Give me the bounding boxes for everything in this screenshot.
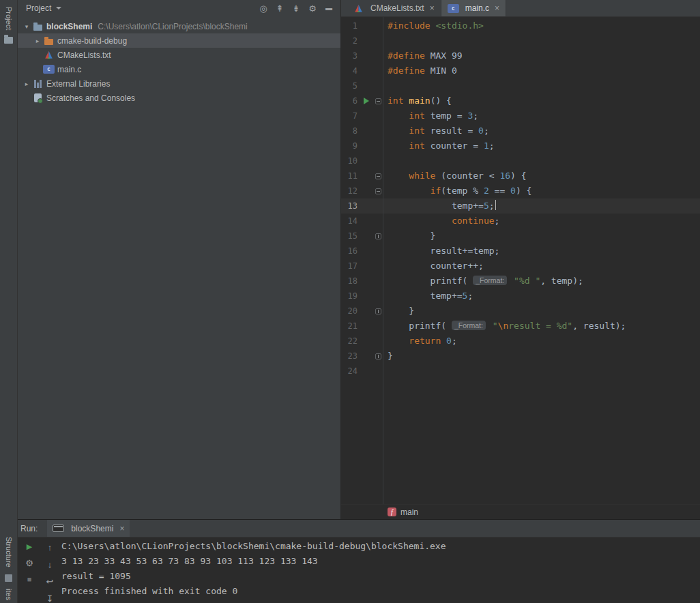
code-line-4[interactable]: 4#define MIN 0 [341,63,700,78]
code-text: printf( _Format: "\nresult = %d", result… [383,319,626,334]
code-line-21[interactable]: 21 printf( _Format: "\nresult = %d", res… [341,319,700,334]
line-number: 19 [341,289,360,304]
breadcrumb-item-main[interactable]: main [400,508,418,517]
tree-item-scratches-and-consoles[interactable]: Scratches and Consoles [18,91,340,105]
console-line-1: C:\Users\atlon\CLionProjects\blockShemi\… [61,539,700,554]
editor-tabs: CMakeLists.txt×cmain.c× [341,0,700,17]
code-line-19[interactable]: 19 temp+=5; [341,289,700,304]
code-line-3[interactable]: 3#define MAX 99 [341,48,700,63]
fold-close-icon[interactable] [373,353,383,359]
breadcrumb: f main [341,504,700,519]
fold-close-icon[interactable] [373,233,383,239]
tree-item-main-c[interactable]: cmain.c [18,62,340,76]
tool-button-structure[interactable]: Structure [5,537,13,568]
code-line-24[interactable]: 24 [341,364,700,379]
code-text: continue; [383,214,499,229]
locate-icon[interactable]: ◎ [259,4,267,13]
console-line-4: Process finished with exit code 0 [61,584,700,599]
code-editor[interactable]: 1#include <stdio.h>23#define MAX 994#def… [341,17,700,504]
line-number: 21 [341,319,360,334]
chevron-right-icon[interactable]: ▸ [32,38,43,44]
down-icon[interactable]: ↓ [48,560,53,569]
code-lines: 1#include <stdio.h>23#define MAX 994#def… [341,18,700,379]
code-line-14[interactable]: 14 continue; [341,214,700,229]
line-number: 16 [341,244,360,259]
code-line-22[interactable]: 22 return 0; [341,334,700,349]
code-text: temp+=5; [383,289,473,304]
tree-item-blockshemi[interactable]: ▾blockShemiC:\Users\atlon\CLionProjects\… [18,19,340,33]
main-column: Project ◎⇞⇟⚙▬ ▾blockShemiC:\Users\atlon\… [18,0,700,603]
code-line-12[interactable]: 12 if(temp % 2 == 0) { [341,183,700,198]
code-line-9[interactable]: 9 int counter = 1; [341,138,700,153]
code-text: return 0; [383,334,457,349]
tool-button-project[interactable]: Project [5,7,13,30]
close-icon[interactable]: × [430,3,435,13]
run-line-icon[interactable] [360,98,373,104]
tree-item-cmake-build-debug[interactable]: ▸cmake-build-debug [18,33,340,48]
code-line-10[interactable]: 10 [341,153,700,168]
code-line-16[interactable]: 16 result+=temp; [341,244,700,259]
tree-item-label: cmake-build-debug [57,36,127,46]
project-panel-title[interactable]: Project [26,3,51,13]
gear-icon[interactable]: ⚙ [308,4,317,13]
code-text: #define MIN 0 [383,63,457,78]
scroll-end-icon[interactable]: ↧ [46,594,54,603]
project-panel-toolbar: ◎⇞⇟⚙▬ [259,4,332,13]
left-tool-stripe: Project Structure ites [0,0,18,603]
rerun-icon[interactable]: ▶ [27,543,32,550]
library-icon [32,80,44,88]
console-output[interactable]: C:\Users\atlon\CLionProjects\blockShemi\… [57,538,700,603]
run-tab-blockshemi[interactable]: blockShemi × [47,520,130,537]
code-line-1[interactable]: 1#include <stdio.h> [341,18,700,33]
fold-open-icon[interactable] [373,98,383,104]
fold-marker [375,353,381,359]
line-number: 4 [341,63,360,78]
code-text: } [383,304,414,319]
run-toolbar-col1: ▶⚙■ [23,543,35,603]
code-line-5[interactable]: 5 [341,78,700,93]
line-number: 13 [341,198,360,214]
code-line-15[interactable]: 15 } [341,229,700,244]
settings-icon[interactable]: ⚙ [25,559,33,568]
line-number: 2 [341,33,360,48]
soft-wrap-icon[interactable]: ↩ [46,577,54,586]
code-line-20[interactable]: 20 } [341,304,700,319]
close-icon[interactable]: × [495,3,499,13]
code-line-2[interactable]: 2 [341,33,700,48]
tree-item-label: External Libraries [46,79,110,89]
code-text: int main() { [383,93,452,108]
code-line-11[interactable]: 11 while (counter < 16) { [341,168,700,183]
chevron-right-icon[interactable]: ▸ [21,80,32,87]
structure-tool-icon[interactable] [5,574,12,582]
code-text: #include <stdio.h> [383,18,484,33]
collapse-all-icon[interactable]: ⇞ [276,4,284,13]
code-line-17[interactable]: 17 counter++; [341,259,700,274]
chevron-down-icon[interactable] [56,7,61,10]
tree-item-external-libraries[interactable]: ▸External Libraries [18,76,340,91]
ide-window: Project Structure ites Project ◎⇞⇟⚙▬ ▾bl… [0,0,700,603]
code-line-23[interactable]: 23} [341,349,700,364]
code-line-8[interactable]: 8 int result = 0; [341,123,700,138]
close-icon[interactable]: × [119,524,124,533]
tool-button-favorites[interactable]: ites [5,589,13,600]
tree-item-cmakelists-txt[interactable]: CMakeLists.txt [18,48,340,62]
tab-label: CMakeLists.txt [370,3,424,13]
fold-open-icon[interactable] [373,173,383,179]
stop-icon[interactable]: ■ [27,576,32,583]
line-number: 8 [341,123,360,138]
editor-tab-cmakelists-txt[interactable]: CMakeLists.txt× [347,0,441,16]
tree-item-label: CMakeLists.txt [57,50,111,60]
code-line-18[interactable]: 18 printf( _Format: "%d ", temp); [341,274,700,289]
code-line-7[interactable]: 7 int temp = 3; [341,108,700,123]
project-tool-icon[interactable] [4,37,13,44]
code-line-13[interactable]: 13 temp+=5; [341,198,700,214]
fold-open-icon[interactable] [373,188,383,194]
expand-all-icon[interactable]: ⇟ [292,4,300,13]
editor-tab-main-c[interactable]: cmain.c× [441,0,506,16]
fold-close-icon[interactable] [373,308,383,314]
chevron-down-icon[interactable]: ▾ [21,23,32,30]
up-icon[interactable]: ↑ [48,543,53,552]
tree-item-label: blockShemi [46,22,92,31]
hide-icon[interactable]: ▬ [325,5,332,12]
code-line-6[interactable]: 6int main() { [341,93,700,108]
